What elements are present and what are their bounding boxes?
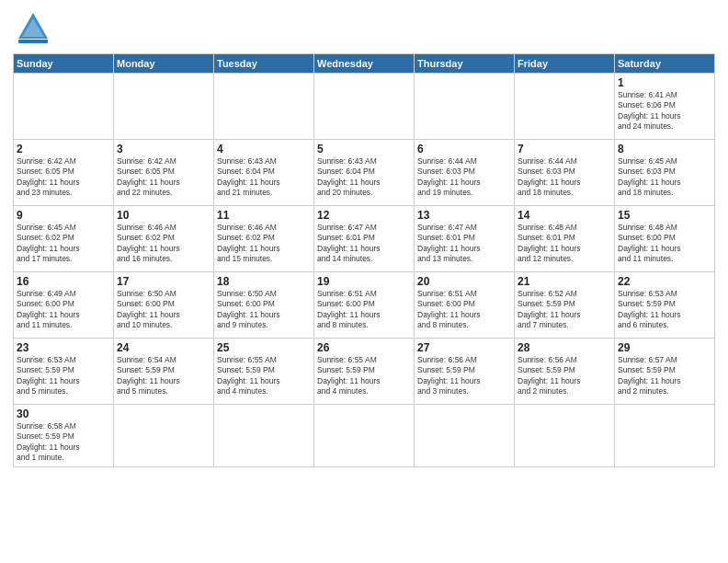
calendar-cell (515, 74, 615, 140)
calendar-cell (615, 405, 715, 467)
day-number: 9 (17, 209, 110, 222)
day-info: Sunrise: 6:56 AM Sunset: 5:59 PM Dayligh… (518, 355, 611, 397)
day-info: Sunrise: 6:48 AM Sunset: 6:01 PM Dayligh… (518, 223, 611, 265)
day-info: Sunrise: 6:58 AM Sunset: 5:59 PM Dayligh… (17, 421, 110, 464)
day-info: Sunrise: 6:55 AM Sunset: 5:59 PM Dayligh… (217, 355, 311, 397)
day-number: 23 (17, 341, 110, 354)
calendar-cell: 27Sunrise: 6:56 AM Sunset: 5:59 PM Dayli… (415, 339, 515, 405)
weekday-header-thursday: Thursday (415, 54, 515, 74)
day-number: 11 (217, 209, 311, 222)
day-info: Sunrise: 6:55 AM Sunset: 5:59 PM Dayligh… (317, 355, 411, 397)
day-info: Sunrise: 6:42 AM Sunset: 6:05 PM Dayligh… (117, 156, 210, 199)
calendar-cell: 25Sunrise: 6:55 AM Sunset: 5:59 PM Dayli… (214, 339, 314, 405)
day-info: Sunrise: 6:43 AM Sunset: 6:04 PM Dayligh… (317, 156, 411, 199)
day-number: 27 (417, 341, 511, 354)
calendar-cell: 12Sunrise: 6:47 AM Sunset: 6:01 PM Dayli… (314, 206, 415, 272)
day-info: Sunrise: 6:50 AM Sunset: 6:00 PM Dayligh… (117, 289, 210, 331)
calendar-cell (415, 405, 515, 467)
weekday-header-saturday: Saturday (615, 54, 715, 74)
calendar-week-5: 30Sunrise: 6:58 AM Sunset: 5:59 PM Dayli… (14, 405, 715, 467)
day-number: 16 (17, 275, 110, 288)
day-number: 22 (618, 275, 711, 288)
calendar-cell: 6Sunrise: 6:44 AM Sunset: 6:03 PM Daylig… (415, 140, 515, 206)
calendar-week-0: 1Sunrise: 6:41 AM Sunset: 6:06 PM Daylig… (14, 74, 715, 140)
weekday-header-tuesday: Tuesday (214, 54, 314, 74)
day-number: 13 (417, 209, 511, 222)
calendar-cell: 1Sunrise: 6:41 AM Sunset: 6:06 PM Daylig… (615, 74, 715, 140)
calendar-cell: 14Sunrise: 6:48 AM Sunset: 6:01 PM Dayli… (515, 206, 615, 272)
day-info: Sunrise: 6:53 AM Sunset: 5:59 PM Dayligh… (17, 355, 110, 397)
day-number: 14 (518, 209, 611, 222)
day-number: 1 (618, 76, 711, 89)
day-number: 5 (317, 143, 411, 155)
day-info: Sunrise: 6:54 AM Sunset: 5:59 PM Dayligh… (117, 355, 210, 397)
day-info: Sunrise: 6:52 AM Sunset: 5:59 PM Dayligh… (518, 289, 611, 331)
day-info: Sunrise: 6:57 AM Sunset: 5:59 PM Dayligh… (618, 355, 711, 397)
calendar-cell: 28Sunrise: 6:56 AM Sunset: 5:59 PM Dayli… (515, 339, 615, 405)
day-info: Sunrise: 6:41 AM Sunset: 6:06 PM Dayligh… (618, 90, 711, 132)
calendar-cell: 29Sunrise: 6:57 AM Sunset: 5:59 PM Dayli… (615, 339, 715, 405)
calendar-cell: 3Sunrise: 6:42 AM Sunset: 6:05 PM Daylig… (114, 140, 214, 206)
calendar-table: SundayMondayTuesdayWednesdayThursdayFrid… (13, 53, 715, 467)
weekday-row: SundayMondayTuesdayWednesdayThursdayFrid… (14, 54, 715, 74)
weekday-header-sunday: Sunday (14, 54, 114, 74)
calendar-week-3: 16Sunrise: 6:49 AM Sunset: 6:00 PM Dayli… (14, 272, 715, 339)
calendar-cell: 30Sunrise: 6:58 AM Sunset: 5:59 PM Dayli… (14, 405, 114, 467)
calendar-cell: 4Sunrise: 6:43 AM Sunset: 6:04 PM Daylig… (214, 140, 314, 206)
calendar-cell: 11Sunrise: 6:46 AM Sunset: 6:02 PM Dayli… (214, 206, 314, 272)
logo (13, 9, 57, 46)
calendar-cell (314, 74, 415, 140)
day-number: 20 (417, 275, 511, 288)
day-info: Sunrise: 6:46 AM Sunset: 6:02 PM Dayligh… (117, 223, 210, 265)
calendar-cell: 19Sunrise: 6:51 AM Sunset: 6:00 PM Dayli… (314, 272, 415, 339)
day-number: 10 (117, 209, 210, 222)
day-info: Sunrise: 6:44 AM Sunset: 6:03 PM Dayligh… (417, 156, 511, 199)
calendar-cell: 23Sunrise: 6:53 AM Sunset: 5:59 PM Dayli… (14, 339, 114, 405)
calendar-cell: 13Sunrise: 6:47 AM Sunset: 6:01 PM Dayli… (415, 206, 515, 272)
day-info: Sunrise: 6:56 AM Sunset: 5:59 PM Dayligh… (417, 355, 511, 397)
calendar-body: 1Sunrise: 6:41 AM Sunset: 6:06 PM Daylig… (14, 74, 715, 467)
day-number: 18 (217, 275, 311, 288)
day-number: 19 (317, 275, 411, 288)
day-number: 3 (117, 143, 210, 155)
day-number: 26 (317, 341, 411, 354)
day-info: Sunrise: 6:49 AM Sunset: 6:00 PM Dayligh… (17, 289, 110, 331)
calendar-cell (314, 405, 415, 467)
day-info: Sunrise: 6:44 AM Sunset: 6:03 PM Dayligh… (518, 156, 611, 199)
day-info: Sunrise: 6:45 AM Sunset: 6:02 PM Dayligh… (17, 223, 110, 265)
calendar-cell: 8Sunrise: 6:45 AM Sunset: 6:03 PM Daylig… (615, 140, 715, 206)
weekday-header-friday: Friday (515, 54, 615, 74)
calendar-cell: 2Sunrise: 6:42 AM Sunset: 6:05 PM Daylig… (14, 140, 114, 206)
calendar-cell: 16Sunrise: 6:49 AM Sunset: 6:00 PM Dayli… (14, 272, 114, 339)
day-number: 8 (618, 143, 711, 155)
day-number: 29 (618, 341, 711, 354)
day-info: Sunrise: 6:45 AM Sunset: 6:03 PM Dayligh… (618, 156, 711, 199)
calendar-cell (214, 405, 314, 467)
day-number: 24 (117, 341, 210, 354)
calendar-cell (14, 74, 114, 140)
day-number: 12 (317, 209, 411, 222)
page: SundayMondayTuesdayWednesdayThursdayFrid… (0, 0, 728, 563)
day-info: Sunrise: 6:43 AM Sunset: 6:04 PM Dayligh… (217, 156, 311, 199)
day-number: 30 (17, 408, 110, 420)
svg-rect-2 (18, 40, 48, 43)
calendar-cell (415, 74, 515, 140)
calendar-week-1: 2Sunrise: 6:42 AM Sunset: 6:05 PM Daylig… (14, 140, 715, 206)
day-number: 7 (518, 143, 611, 155)
calendar-cell: 21Sunrise: 6:52 AM Sunset: 5:59 PM Dayli… (515, 272, 615, 339)
day-number: 6 (417, 143, 511, 155)
day-number: 25 (217, 341, 311, 354)
calendar-cell: 17Sunrise: 6:50 AM Sunset: 6:00 PM Dayli… (114, 272, 214, 339)
calendar-cell (114, 74, 214, 140)
calendar-cell: 10Sunrise: 6:46 AM Sunset: 6:02 PM Dayli… (114, 206, 214, 272)
day-number: 4 (217, 143, 311, 155)
logo-svg (13, 9, 53, 46)
calendar-cell: 15Sunrise: 6:48 AM Sunset: 6:00 PM Dayli… (615, 206, 715, 272)
day-info: Sunrise: 6:48 AM Sunset: 6:00 PM Dayligh… (618, 223, 711, 265)
calendar-cell: 22Sunrise: 6:53 AM Sunset: 5:59 PM Dayli… (615, 272, 715, 339)
day-info: Sunrise: 6:50 AM Sunset: 6:00 PM Dayligh… (217, 289, 311, 331)
calendar-cell: 9Sunrise: 6:45 AM Sunset: 6:02 PM Daylig… (14, 206, 114, 272)
calendar-cell (114, 405, 214, 467)
calendar-cell: 7Sunrise: 6:44 AM Sunset: 6:03 PM Daylig… (515, 140, 615, 206)
day-info: Sunrise: 6:42 AM Sunset: 6:05 PM Dayligh… (17, 156, 110, 199)
